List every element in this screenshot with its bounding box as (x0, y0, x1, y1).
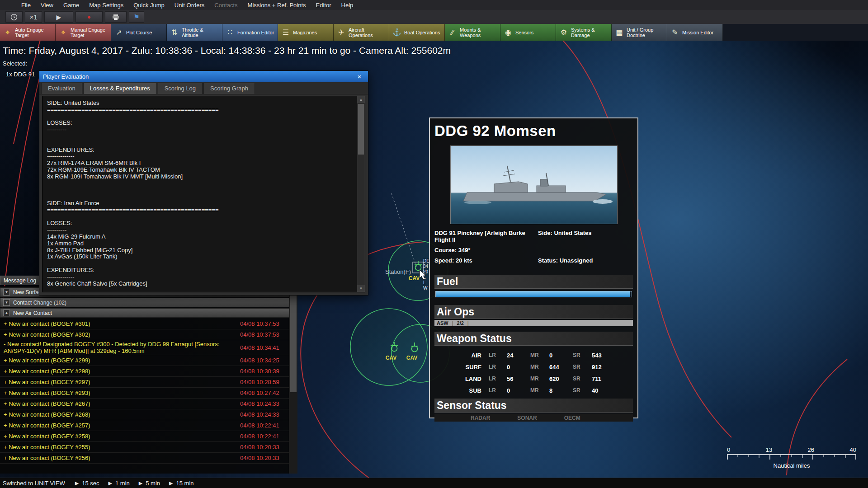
doctrine-grid-icon: ▦ (615, 30, 624, 35)
tab-evaluation[interactable]: Evaluation (41, 83, 82, 94)
scale-unit-label: Nautical miles (727, 462, 856, 469)
collapse-icon[interactable]: ▼ (3, 299, 10, 306)
message-log-row[interactable]: + New air contact (BOGEY #302) 04/08 10:… (0, 329, 289, 340)
menu-item-map-settings[interactable]: Map Settings (84, 2, 128, 9)
unit-title: DDG 92 Momsen (434, 122, 633, 140)
toolbar-unit-group-doctrine[interactable]: ▦ Unit / Group Doctrine (612, 24, 667, 41)
dialog-scrollbar[interactable]: ▲ ▼ (357, 96, 365, 292)
toolbar-mounts-weapons[interactable]: ∕∕ Mounts & Weapons (445, 24, 500, 41)
menu-item-quick-jump[interactable]: Quick Jump (128, 2, 170, 9)
tab-scoring-log[interactable]: Scoring Log (158, 83, 203, 94)
message-log-row[interactable]: + New air contact (BOGEY #299) 04/08 10:… (0, 355, 289, 366)
sensor-item-sonar[interactable]: SONAR (517, 415, 537, 421)
message-log-row[interactable]: + New air contact (BOGEY #301) 04/08 10:… (0, 319, 289, 329)
dialog-titlebar[interactable]: Player Evaluation × (39, 71, 368, 82)
weapon-row-land: LAND LR 56 MR 620 SR 711 (434, 373, 633, 385)
toolbar-mission-editor[interactable]: ✎ Mission Editor (667, 24, 723, 41)
dialog-title: Player Evaluation (43, 73, 89, 80)
scroll-down-icon[interactable]: ▼ (357, 285, 365, 292)
menu-item-game[interactable]: Game (58, 2, 84, 9)
toolbar-auto-engage-target[interactable]: ⌖ Auto Engage Target (0, 24, 56, 41)
ship-photo-illustration (451, 146, 617, 224)
menu-item-missions-ref-points[interactable]: Missions + Ref. Points (243, 2, 311, 9)
scrollbar-thumb[interactable] (358, 104, 364, 155)
selected-label: Selected: (3, 60, 27, 67)
message-log-row[interactable]: + New air contact (BOGEY #257) 04/08 10:… (0, 420, 289, 431)
record-button[interactable]: ● (75, 11, 103, 23)
message-log-row[interactable]: + New air contact (BOGEY #258) 04/08 10:… (0, 431, 289, 442)
collapse-icon[interactable]: ▲ (3, 310, 10, 316)
menu-item-help[interactable]: Help (336, 2, 359, 9)
clock-button[interactable] (5, 11, 23, 23)
toolbar-magazines[interactable]: ☰ Magazines (278, 24, 334, 41)
unit-callsign-label: CAV (406, 355, 417, 361)
toolbar-manual-engage-target[interactable]: ⌖ Manual Engage Target (56, 24, 111, 41)
weapon-row-air: AIR LR 24 MR 0 SR 543 (434, 349, 633, 361)
air-ops-ready-count: 2/2 (457, 320, 464, 326)
sensors-icon: ◉ (504, 30, 513, 35)
message-log-row[interactable]: + New air contact (BOGEY #293) 04/08 10:… (0, 388, 289, 399)
toolbar-boat-operations[interactable]: ⚓ Boat Operations (389, 24, 445, 41)
route-icon: ↗ (114, 30, 123, 35)
flag-icon: ⚑ (133, 13, 139, 21)
message-section-contact-change[interactable]: ▼ Contact Change (102) (0, 298, 289, 307)
toolbar-plot-course[interactable]: ↗ Plot Course (111, 24, 167, 41)
command-modern-operations-screen: { "menubar": { "items": ["File", "View",… (0, 0, 868, 488)
formation-icon: ∷ (226, 30, 235, 35)
message-log-row[interactable]: + New air contact (BOGEY #298) 04/08 10:… (0, 366, 289, 377)
time-preset-15min[interactable]: 15 min (176, 480, 194, 487)
toolbar-aircraft-operations[interactable]: ✈ Aircraft Operations (334, 24, 389, 41)
magazines-icon: ☰ (281, 30, 290, 35)
scroll-up-icon[interactable]: ▲ (357, 96, 365, 103)
message-log-scrollbar[interactable] (289, 287, 297, 474)
message-log-row[interactable]: + New air contact (BOGEY #297) 04/08 10:… (0, 377, 289, 388)
print-button[interactable] (105, 11, 127, 23)
close-button[interactable]: × (354, 73, 364, 80)
message-section-new-air-contact[interactable]: ▲ New Air Contact (0, 308, 289, 318)
weapons-icon: ∕∕ (448, 30, 457, 35)
play-icon: ▶ (57, 14, 61, 21)
throttle-icon: ⇅ (170, 30, 179, 35)
play-button[interactable]: ▶ (44, 11, 73, 23)
message-list: + New air contact (BOGEY #301) 04/08 10:… (0, 319, 289, 464)
scale-tick-label: 26 (808, 446, 814, 453)
scale-tick-label: 13 (766, 446, 772, 453)
message-log-row[interactable]: - New contact! Designated BOGEY #300 - D… (0, 340, 289, 355)
message-log-row[interactable]: + New air contact (BOGEY #267) 04/08 10:… (0, 399, 289, 409)
message-log-row[interactable]: + New air contact (BOGEY #255) 04/08 10:… (0, 442, 289, 453)
weapon-status-header: Weapon Status (434, 332, 633, 346)
toolbar-throttle-altitude[interactable]: ⇅ Throttle & Altitude (167, 24, 222, 41)
crosshair-icon: ⌖ (3, 30, 12, 35)
time-preset-5min[interactable]: 5 min (146, 480, 160, 487)
menu-item-file[interactable]: File (16, 2, 36, 9)
tab-scoring-graph[interactable]: Scoring Graph (203, 83, 255, 94)
sensor-item-radar[interactable]: RADAR (471, 415, 490, 421)
scale-tick-label: 40 (850, 446, 856, 453)
menu-item-unit-orders[interactable]: Unit Orders (170, 2, 209, 9)
toolbar-formation-editor[interactable]: ∷ Formation Editor (222, 24, 278, 41)
tab-losses-expenditures[interactable]: Losses & Expenditures (83, 83, 157, 94)
flag-button[interactable]: ⚑ (129, 11, 144, 23)
evaluation-body: SIDE: United States ====================… (42, 96, 365, 292)
collapse-icon[interactable]: ▼ (3, 289, 10, 296)
toolbar-systems-damage[interactable]: ⚙ Systems & Damage (556, 24, 612, 41)
message-log-row[interactable]: + New air contact (BOGEY #256) 04/08 10:… (0, 453, 289, 464)
menu-item-view[interactable]: View (36, 2, 58, 9)
menu-item-editor[interactable]: Editor (311, 2, 336, 9)
anchor-icon: ⚓ (392, 30, 401, 35)
play-arrow-icon: ▶ (108, 480, 112, 486)
gear-icon: ⚙ (559, 30, 568, 35)
unit-course: Course: 349° (434, 247, 633, 253)
sensor-item-oecm[interactable]: OECM (564, 415, 580, 421)
scrollbar-thumb[interactable] (290, 288, 297, 392)
scale-tick-label: 0 (727, 446, 730, 453)
time-compression-button[interactable]: ×1 (25, 11, 42, 23)
record-icon: ● (87, 14, 91, 20)
toolbar-sensors[interactable]: ◉ Sensors (500, 24, 556, 41)
message-log-row[interactable]: + New air contact (BOGEY #268) 04/08 10:… (0, 409, 289, 420)
time-preset-15sec[interactable]: 15 sec (82, 480, 99, 487)
time-preset-1min[interactable]: 1 min (115, 480, 130, 487)
air-ops-ready-strip[interactable]: ASW | 2/2 | (434, 320, 633, 326)
menu-item-contacts[interactable]: Contacts (209, 2, 242, 9)
message-log-tab[interactable]: Message Log (0, 276, 45, 285)
